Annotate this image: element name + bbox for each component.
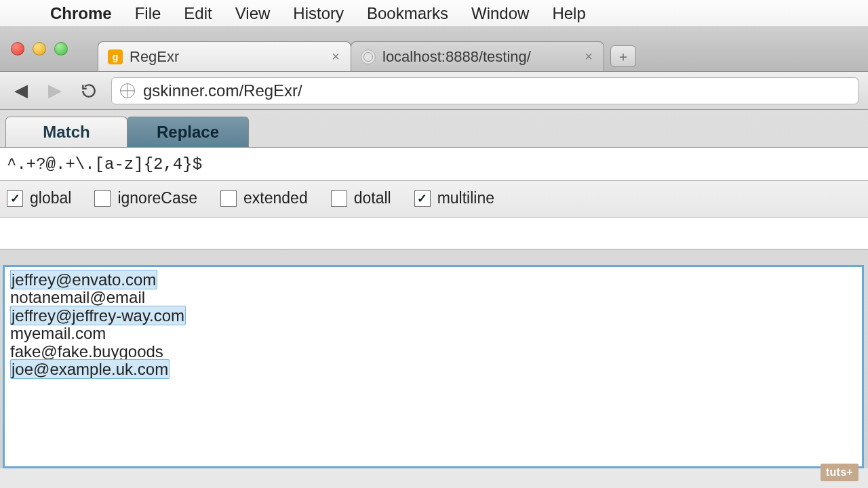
- regexr-app: Match Replace ✓ global ignoreCase extend…: [0, 110, 868, 468]
- test-line: myemail.com: [10, 325, 856, 342]
- tab-replace[interactable]: Replace: [127, 117, 249, 147]
- test-line: fake@fake.buygoods: [10, 343, 856, 361]
- flag-label: multiline: [437, 189, 494, 207]
- reload-button[interactable]: [77, 79, 100, 102]
- menu-history[interactable]: History: [293, 4, 344, 23]
- regex-pattern-bar: [0, 147, 868, 181]
- window-controls: [11, 42, 68, 56]
- favicon-globe-icon: [361, 49, 376, 64]
- menu-edit[interactable]: Edit: [184, 4, 212, 23]
- flag-label: dotall: [354, 189, 391, 207]
- flag-global[interactable]: ✓ global: [7, 189, 71, 207]
- app-menu[interactable]: Chrome: [50, 4, 112, 23]
- browser-tab-localhost[interactable]: localhost:8888/testing/ ×: [351, 41, 604, 71]
- forward-button[interactable]: ▶: [43, 79, 66, 102]
- checkbox-icon: [94, 190, 111, 207]
- checkbox-icon: ✓: [414, 190, 431, 207]
- flag-label: ignoreCase: [117, 189, 197, 207]
- plus-icon: ＋: [616, 47, 630, 66]
- favicon-regexr-icon: g: [108, 49, 123, 64]
- tab-title: localhost:8888/testing/: [382, 48, 531, 66]
- tab-close-icon[interactable]: ×: [321, 49, 340, 64]
- back-arrow-icon: ◀: [14, 80, 28, 101]
- window-close-icon[interactable]: [11, 42, 24, 56]
- regex-flags: ✓ global ignoreCase extended dotall ✓ mu…: [0, 181, 868, 218]
- forward-arrow-icon: ▶: [48, 80, 62, 101]
- menu-bookmarks[interactable]: Bookmarks: [367, 4, 448, 23]
- watermark-badge: tuts+: [821, 464, 859, 481]
- flag-extended[interactable]: extended: [220, 189, 308, 207]
- regex-match-highlight: joe@example.uk.com: [10, 359, 170, 379]
- flag-multiline[interactable]: ✓ multiline: [414, 189, 494, 207]
- flag-label: extended: [243, 189, 308, 207]
- replace-with-input[interactable]: [0, 218, 868, 250]
- browser-tab-regexr[interactable]: g RegExr ×: [98, 41, 351, 71]
- checkbox-icon: [331, 190, 347, 207]
- flag-label: global: [30, 189, 71, 207]
- tab-close-icon[interactable]: ×: [574, 49, 593, 64]
- menu-file[interactable]: File: [135, 4, 161, 23]
- menu-window[interactable]: Window: [471, 4, 529, 23]
- test-line: notanemail@email: [10, 289, 856, 306]
- browser-tabstrip: g RegExr × localhost:8888/testing/ × ＋: [0, 27, 868, 72]
- browser-toolbar: ◀ ▶ gskinner.com/RegExr/: [0, 72, 868, 110]
- tab-match[interactable]: Match: [5, 117, 127, 147]
- reload-icon: [80, 82, 98, 100]
- back-button[interactable]: ◀: [9, 79, 33, 102]
- checkbox-icon: [220, 190, 237, 207]
- test-text-pane[interactable]: jeffrey@envato.comnotanemail@emailjeffre…: [3, 265, 864, 468]
- menu-help[interactable]: Help: [552, 4, 585, 23]
- test-line: jeffrey@jeffrey-way.com: [10, 307, 856, 325]
- test-line: joe@example.uk.com: [10, 361, 856, 378]
- regex-match-highlight: jeffrey@jeffrey-way.com: [10, 306, 186, 325]
- window-zoom-icon[interactable]: [54, 42, 68, 56]
- site-globe-icon: [120, 83, 135, 98]
- checkbox-icon: ✓: [7, 190, 23, 207]
- address-bar[interactable]: gskinner.com/RegExr/: [111, 77, 859, 104]
- tab-title: RegExr: [130, 48, 179, 66]
- url-text: gskinner.com/RegExr/: [143, 81, 302, 100]
- flag-dotall[interactable]: dotall: [331, 189, 391, 207]
- test-line: jeffrey@envato.com: [10, 271, 856, 289]
- menu-view[interactable]: View: [235, 4, 271, 23]
- regex-pattern-input[interactable]: [7, 155, 861, 174]
- browser-tabs: g RegExr × localhost:8888/testing/ × ＋: [98, 41, 636, 71]
- new-tab-button[interactable]: ＋: [610, 45, 636, 67]
- mode-tabs: Match Replace: [5, 117, 868, 147]
- flag-ignorecase[interactable]: ignoreCase: [94, 189, 197, 207]
- window-minimize-icon[interactable]: [33, 42, 46, 56]
- regex-match-highlight: jeffrey@envato.com: [10, 270, 157, 289]
- mac-menubar: Chrome File Edit View History Bookmarks …: [0, 0, 868, 27]
